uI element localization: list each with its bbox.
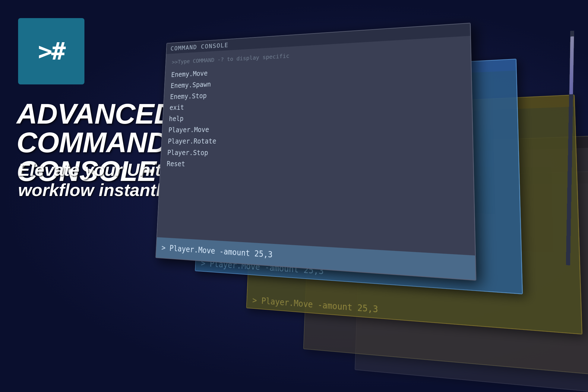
- scrollbar-thumb: [569, 36, 574, 94]
- panel-front-prompt: > Player.Move -amount 25,3: [161, 243, 273, 259]
- command-item: Player.Stop: [167, 147, 464, 160]
- panel-front-body: >>Type COMMAND -? to display specific En…: [157, 36, 475, 255]
- logo-box: >#: [18, 18, 84, 84]
- command-item: Player.Rotate: [168, 134, 464, 147]
- panel-front-title: COMMAND CONSOLE: [170, 41, 229, 52]
- logo-symbol: >#: [38, 37, 65, 65]
- command-item: Reset: [166, 158, 465, 174]
- command-list: Enemy.MoveEnemy.SpawnEnemy.StopexithelpP…: [166, 55, 465, 174]
- consoles-container: > Player.Move -amount 25,3 > Player.Move…: [145, 24, 567, 356]
- panel-back-input: > Player.Move -amount 25,3: [252, 295, 378, 315]
- panel-front: COMMAND CONSOLE >>Type COMMAND -? to dis…: [155, 23, 476, 281]
